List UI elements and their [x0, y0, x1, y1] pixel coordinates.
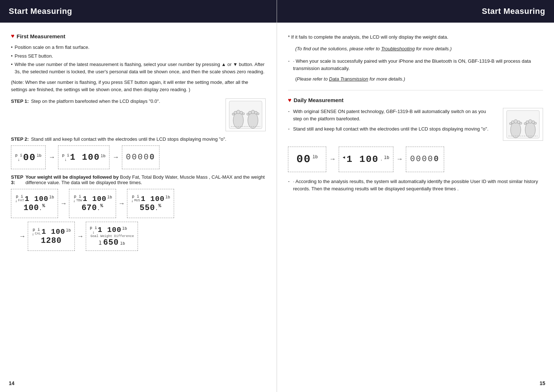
- lcd-num-1b: 1 100: [70, 152, 100, 162]
- svg-point-11: [247, 113, 249, 115]
- foot-image-step1: [226, 98, 266, 131]
- lcd-row-1: p i ↓ 00 lb → p i ↓ 1 100 lb: [11, 145, 266, 169]
- daily-arrow-2: →: [396, 155, 403, 163]
- svg-point-1: [233, 112, 243, 128]
- foot-image-daily: [503, 108, 543, 141]
- first-measurement-title: ♥ First Measurement: [11, 33, 266, 39]
- page-number-right: 15: [539, 380, 545, 386]
- lcd-row-3: → p i ↓ CAL 1 100 lb 1280 →: [18, 222, 266, 251]
- right-page: Start Measuring * If it fails to complet…: [277, 0, 554, 392]
- step2-block: STEP 2: Stand still and keep full contac…: [11, 136, 266, 142]
- daily-lcd-num2: 1 100: [347, 154, 379, 165]
- daily-measurement-title: ♥ Daily Measurement: [288, 97, 543, 104]
- lcd-user-mus: p i ↓ MUS: [131, 194, 140, 203]
- divider: [288, 90, 543, 90]
- lcd-mus-percent: 550.%: [139, 203, 161, 213]
- arrow-2b: →: [118, 200, 125, 207]
- daily-bullet3: · According to the analysis results, the…: [288, 178, 543, 193]
- bullet-1: Position scale on a firm flat surface.: [11, 44, 266, 51]
- daily-lcd-num1: 00: [296, 153, 311, 166]
- lcd-tbw: p i ↓ TBW 1 100 lb 670.%: [69, 189, 116, 218]
- note1-block: * If it fails to complete the analysis, …: [288, 34, 543, 53]
- svg-point-21: [525, 122, 535, 138]
- page-number-left: 14: [9, 380, 15, 386]
- note-text: (Note: When the user number is flashing,…: [11, 79, 266, 93]
- step3-label: STEP 3:: [11, 174, 23, 185]
- lcd-goal-label: Goal Weight Difference: [91, 234, 134, 238]
- lcd-user-1a: p i ↓: [15, 153, 22, 162]
- lcd-lb-1a: lb: [36, 154, 41, 158]
- foot-svg-daily: [505, 110, 541, 139]
- step2-label: STEP 2:: [11, 136, 29, 142]
- svg-point-15: [511, 122, 521, 138]
- lcd-num-1a: 00: [23, 152, 36, 163]
- left-header: Start Measuring: [0, 0, 277, 23]
- step1-label: STEP 1:: [11, 98, 29, 104]
- svg-point-20: [520, 122, 522, 124]
- lcd-fat: p i ↓ FAT 1 100 lb 100.%: [11, 189, 58, 218]
- bullet-3: While the user number of the latest meas…: [11, 61, 266, 75]
- svg-point-19: [509, 123, 512, 125]
- lcd-display-1a: p i ↓ 00 lb: [11, 145, 46, 169]
- svg-point-25: [524, 123, 526, 125]
- note2-block: · When your scale is successfully paired…: [288, 58, 543, 82]
- note2-italic: (Please refer to Data Transmission for m…: [295, 75, 543, 83]
- svg-point-5: [232, 113, 234, 115]
- left-page: Start Measuring ♥ First Measurement Posi…: [0, 0, 277, 392]
- daily-arrow-1: →: [329, 155, 336, 163]
- daily-lcd-lb2: lb: [384, 155, 389, 160]
- lcd-circles-1: 00000: [126, 153, 155, 162]
- step1-block: STEP 1: Step on the platform barefooted …: [11, 98, 266, 131]
- step1-text: Step on the platform barefooted when the…: [31, 98, 160, 104]
- lcd-lb-1b: lb: [101, 154, 105, 158]
- lcd-user-fat: p i ↓ FAT: [15, 194, 24, 203]
- note2-text: · When your scale is successfully paired…: [288, 58, 543, 72]
- svg-point-22: [528, 120, 532, 123]
- svg-point-6: [242, 113, 245, 115]
- step3-block: STEP 3: Your weight will be displayed fo…: [11, 174, 266, 185]
- daily-bullet2: Stand still and keep full contact with t…: [288, 125, 496, 133]
- data-transmission-link: Data Transmission: [329, 76, 368, 82]
- lcd-user-1b: p i ↓: [62, 153, 69, 162]
- daily-lcd-row: 00 lb → ◄ 1 100 . lb → 00000: [288, 147, 543, 172]
- daily-bullets-section: With original SENSE ON patent technology…: [288, 108, 543, 141]
- first-measurement-bullets: Position scale on a firm flat surface. P…: [11, 44, 266, 75]
- svg-point-12: [257, 113, 259, 115]
- step3-bold: Your weight will be displayed followed b…: [26, 174, 119, 180]
- lcd-fat-percent: 100.%: [23, 203, 45, 213]
- heart-icon-daily: ♥: [288, 97, 292, 104]
- right-header: Start Measuring: [277, 0, 554, 23]
- daily-bullet3-block: · According to the analysis results, the…: [288, 178, 543, 193]
- daily-lcd-lb1: lb: [312, 155, 318, 160]
- note1-italic: (To find out the solutions, please refer…: [295, 45, 543, 53]
- bullet-2: Press SET button.: [11, 53, 266, 60]
- daily-lcd-2: ◄ 1 100 . lb: [339, 147, 393, 172]
- daily-lcd-1: 00 lb: [288, 147, 326, 172]
- daily-lcd-3: 00000: [406, 147, 444, 172]
- lcd-user-cal: p i ↓ CAL: [32, 228, 41, 236]
- lcd-display-1c: 00000: [122, 145, 159, 169]
- foot-svg: [227, 100, 264, 129]
- heart-icon: ♥: [11, 33, 15, 39]
- svg-point-7: [248, 112, 258, 128]
- arrow-2a: →: [60, 200, 67, 207]
- svg-point-8: [251, 110, 255, 114]
- step2-text: Stand still and keep full contact with t…: [31, 136, 226, 142]
- lcd-cal: p i ↓ CAL 1 100 lb 1280: [28, 222, 75, 251]
- svg-point-26: [534, 122, 536, 124]
- lcd-row-2: p i ↓ FAT 1 100 lb 100.% → p i: [11, 189, 266, 218]
- note1-text: * If it fails to complete the analysis, …: [288, 34, 543, 41]
- arrow-1a: →: [49, 154, 55, 161]
- lcd-user-tbw: p i ↓ TBW: [73, 194, 82, 203]
- daily-bullet1: With original SENSE ON patent technology…: [288, 108, 496, 123]
- arrow-3a: →: [77, 233, 84, 240]
- arrow-1b: →: [112, 154, 119, 161]
- lcd-user-goal: p i ↓: [90, 226, 97, 234]
- daily-text: With original SENSE ON patent technology…: [288, 108, 496, 136]
- troubleshooting-link: Troubleshooting: [381, 46, 415, 51]
- step3-text: Your weight will be displayed followed b…: [26, 174, 266, 185]
- lcd-tbw-percent: 670.%: [81, 203, 103, 213]
- daily-lcd-circles: 00000: [410, 155, 440, 164]
- svg-point-2: [236, 110, 240, 114]
- lcd-cal-num: 1280: [41, 236, 62, 245]
